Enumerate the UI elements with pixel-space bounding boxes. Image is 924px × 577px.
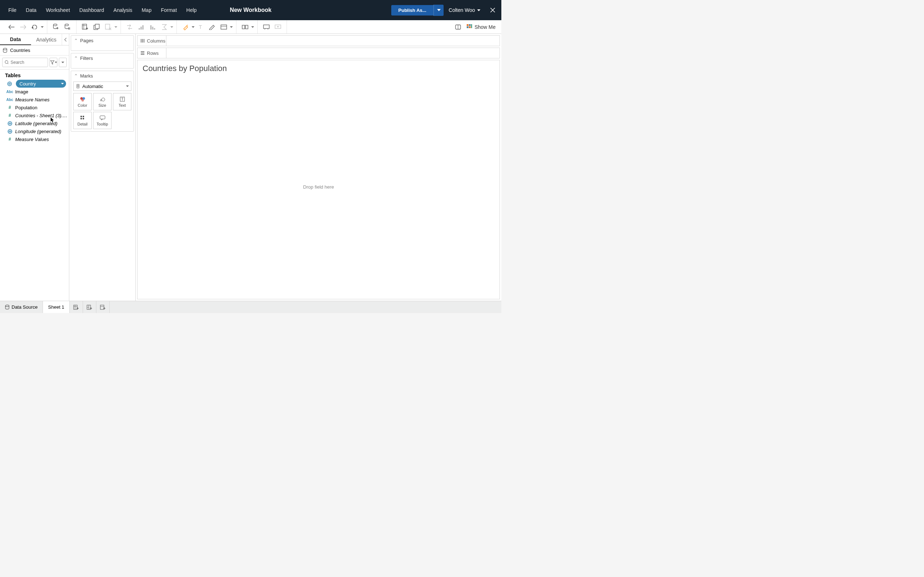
field-measure-values[interactable]: #Measure Values xyxy=(2,135,68,143)
publish-dropdown[interactable] xyxy=(433,5,444,16)
fit-button[interactable] xyxy=(219,22,229,32)
new-dashboard-tab[interactable] xyxy=(83,301,96,313)
user-menu[interactable]: Colten Woo xyxy=(449,7,483,13)
text-shelf[interactable]: T Text xyxy=(113,93,131,110)
story-add-icon xyxy=(100,305,106,310)
clear-sheet-button[interactable] xyxy=(103,22,113,32)
svg-rect-10 xyxy=(152,27,153,29)
pages-card[interactable]: ⌃Pages xyxy=(71,35,134,51)
fit-dropdown[interactable] xyxy=(229,26,233,28)
svg-point-26 xyxy=(5,61,8,63)
new-worksheet-tab[interactable] xyxy=(69,301,83,313)
share-screen-icon xyxy=(275,24,281,29)
sigma-icon xyxy=(162,24,167,30)
menu-format[interactable]: Format xyxy=(156,4,181,16)
field-search-text[interactable] xyxy=(10,60,45,65)
sort-desc-button[interactable] xyxy=(148,22,158,32)
caret-down-icon xyxy=(230,26,233,28)
svg-rect-11 xyxy=(154,28,155,29)
format-button[interactable] xyxy=(207,22,217,32)
field-countries-sheet1-3-c[interactable]: #Countries - Sheet1 (3).c... xyxy=(2,111,68,119)
field-list: CountryAbcImageAbcMeasure Names#Populati… xyxy=(0,80,69,146)
search-icon xyxy=(5,60,8,64)
undo-button[interactable] xyxy=(30,22,40,32)
undo-history-dropdown[interactable] xyxy=(40,26,44,28)
size-icon xyxy=(100,96,105,102)
new-datasource-button[interactable] xyxy=(51,22,61,32)
collapse-sidebar-button[interactable] xyxy=(62,34,69,45)
field-population[interactable]: #Population xyxy=(2,103,68,111)
size-shelf[interactable]: Size xyxy=(93,93,111,110)
menu-map[interactable]: Map xyxy=(137,4,156,16)
menu-help[interactable]: Help xyxy=(181,4,201,16)
show-mark-labels-button[interactable] xyxy=(240,22,250,32)
columns-icon xyxy=(141,39,145,43)
share-button[interactable] xyxy=(273,22,283,32)
highlighter-icon xyxy=(183,24,188,30)
caret-down-icon xyxy=(170,26,173,28)
globe-icon xyxy=(7,129,12,134)
tab-datasource[interactable]: Data Source xyxy=(0,301,43,313)
menu-file[interactable]: File xyxy=(3,4,21,16)
columns-shelf[interactable]: Columns xyxy=(137,35,500,46)
back-button[interactable] xyxy=(6,22,16,32)
field-image[interactable]: AbcImage xyxy=(2,88,68,95)
view-area[interactable]: Countries by Population Drop field here xyxy=(137,60,500,299)
field-longitude-generated[interactable]: Longitude (generated) xyxy=(2,127,68,135)
view-column: Columns Rows Countries by Population Dro… xyxy=(136,34,501,301)
highlight-dropdown[interactable] xyxy=(191,26,195,28)
funnel-icon xyxy=(50,60,55,64)
duplicate-sheet-button[interactable] xyxy=(92,22,102,32)
sheet-title[interactable]: Countries by Population xyxy=(137,60,499,75)
new-worksheet-button[interactable] xyxy=(80,22,90,32)
swap-axes-button[interactable] xyxy=(124,22,135,32)
menu-analysis[interactable]: Analysis xyxy=(109,4,137,16)
show-cards-dropdown[interactable] xyxy=(251,26,254,28)
number-icon: # xyxy=(7,137,12,142)
totals-button[interactable] xyxy=(159,22,169,32)
database-icon xyxy=(5,305,10,310)
arrow-right-icon xyxy=(20,25,26,29)
menu-data[interactable]: Data xyxy=(21,4,42,16)
pause-autoupdate-button[interactable] xyxy=(63,22,73,32)
fit-icon xyxy=(221,24,227,29)
svg-point-35 xyxy=(102,98,105,101)
rows-shelf[interactable]: Rows xyxy=(137,48,500,58)
field-latitude-generated[interactable]: Latitude (generated) xyxy=(2,119,68,127)
presentation-mode-button[interactable] xyxy=(261,22,271,32)
text-label: Text xyxy=(118,103,126,108)
forward-button[interactable] xyxy=(18,22,28,32)
color-shelf[interactable]: Color xyxy=(73,93,92,110)
field-measure-names[interactable]: AbcMeasure Names xyxy=(2,95,68,103)
clear-sheet-dropdown[interactable] xyxy=(114,26,118,28)
tab-datasource-label: Data Source xyxy=(11,305,37,310)
data-guide-button[interactable] xyxy=(453,22,463,32)
field-search-input[interactable] xyxy=(2,58,48,67)
svg-point-25 xyxy=(3,48,7,50)
menu-dashboard[interactable]: Dashboard xyxy=(75,4,109,16)
field-country[interactable]: Country xyxy=(16,80,66,88)
label-toggle-button[interactable]: T xyxy=(195,22,206,32)
filters-card[interactable]: ⌃Filters xyxy=(71,53,134,69)
publish-button[interactable]: Publish As... xyxy=(391,5,444,16)
svg-rect-38 xyxy=(81,116,82,117)
datasource-row[interactable]: Countries xyxy=(0,45,69,56)
new-story-tab[interactable] xyxy=(96,301,110,313)
close-button[interactable] xyxy=(488,5,498,15)
show-me-button[interactable]: Show Me xyxy=(464,24,498,30)
caret-down-icon[interactable] xyxy=(61,83,64,84)
presentation-icon xyxy=(263,24,270,29)
tab-sheet-1[interactable]: Sheet 1 xyxy=(43,301,69,313)
totals-dropdown[interactable] xyxy=(170,26,174,28)
detail-shelf[interactable]: Detail xyxy=(73,112,92,129)
tooltip-shelf[interactable]: Tooltip xyxy=(93,112,111,129)
field-menu-button[interactable] xyxy=(59,58,67,67)
menu-worksheet[interactable]: Worksheet xyxy=(41,4,75,16)
field-label: Measure Names xyxy=(15,97,68,102)
mark-type-dropdown[interactable]: Automatic xyxy=(73,82,131,91)
tab-data[interactable]: Data xyxy=(0,34,31,45)
field-filter-button[interactable] xyxy=(50,58,57,67)
highlight-button[interactable] xyxy=(181,22,191,32)
sort-asc-button[interactable] xyxy=(136,22,146,32)
tab-analytics[interactable]: Analytics xyxy=(31,34,62,45)
